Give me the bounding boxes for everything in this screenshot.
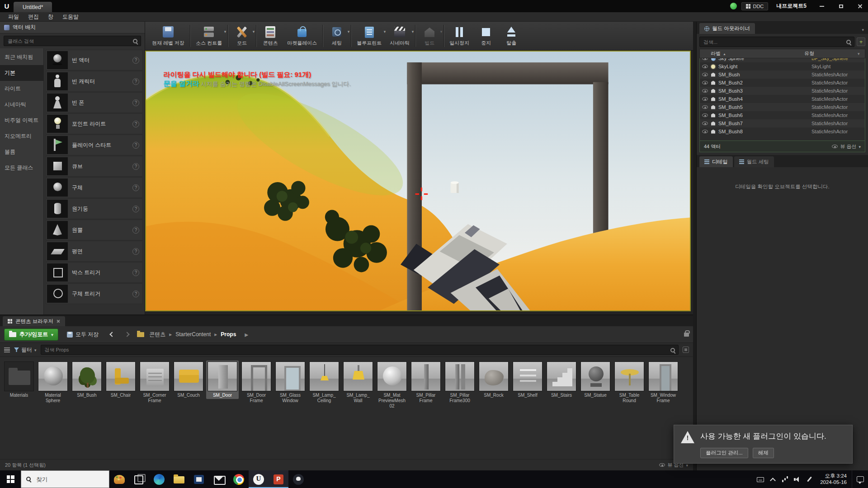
asset-tile[interactable]: Materials	[3, 361, 35, 399]
outliner-row[interactable]: SM_Bush2 StaticMeshActor	[700, 79, 865, 87]
category-item[interactable]: 모든 클래스	[0, 160, 43, 176]
chevron-right-icon[interactable]	[241, 330, 252, 339]
asset-tile[interactable]: SM_Bush	[71, 361, 103, 399]
minimize-button[interactable]	[815, 0, 829, 12]
category-item[interactable]: 최근 배치됨	[0, 49, 43, 65]
visibility-eye-icon[interactable]	[702, 104, 708, 110]
sources-panel-icon[interactable]	[4, 347, 10, 352]
toolbar-button[interactable]: 시네마틱	[386, 23, 414, 49]
visibility-eye-icon[interactable]	[702, 113, 708, 118]
asset-tile[interactable]: SM_Corner Frame	[138, 361, 171, 404]
taskbar-app-button[interactable]	[269, 470, 288, 488]
breadcrumb-item[interactable]: 콘텐츠	[149, 331, 165, 338]
save-search-icon[interactable]	[683, 347, 689, 353]
outliner-row[interactable]: SM_Bush3 StaticMeshActor	[700, 87, 865, 95]
asset-tile[interactable]: SM_Pillar Frame300	[443, 361, 476, 404]
outliner-search-input[interactable]	[699, 37, 854, 47]
asset-tile[interactable]: SM_Shelf	[511, 361, 544, 399]
add-import-button[interactable]: 추가/임포트	[4, 328, 58, 341]
visibility-eye-icon[interactable]	[702, 58, 708, 61]
outliner-row[interactable]: Sky Sphere BP_Sky_Sphere	[700, 58, 865, 62]
plugin-status-icon[interactable]	[730, 3, 737, 9]
place-actor-item[interactable]: 포인트 라이트	[46, 113, 143, 134]
column-label[interactable]: 라벨	[700, 50, 804, 57]
outliner-row[interactable]: SM_Bush4 StaticMeshActor	[700, 95, 865, 103]
class-search-input[interactable]	[4, 36, 141, 46]
view-options-button[interactable]: 뷰 옵션	[832, 143, 861, 150]
visibility-eye-icon[interactable]	[702, 64, 708, 69]
forward-button[interactable]	[122, 329, 132, 339]
visibility-eye-icon[interactable]	[702, 88, 708, 94]
place-actor-item[interactable]: 큐브	[46, 156, 143, 177]
asset-tile[interactable]: Material Sphere	[37, 361, 69, 404]
taskbar-app-button[interactable]	[288, 470, 308, 488]
taskbar-clock[interactable]: 오후 3:24 2024-05-16	[815, 473, 852, 485]
taskbar-app-button[interactable]	[189, 470, 209, 488]
tab-content-browser[interactable]: 콘텐츠 브라우저	[3, 316, 65, 326]
outliner-row[interactable]: SM_Bush6 StaticMeshActor	[700, 111, 865, 119]
action-center-button[interactable]	[852, 470, 868, 488]
asset-search-input[interactable]	[41, 345, 679, 355]
place-actor-item[interactable]: 원뿔	[46, 220, 143, 240]
add-filter-icon[interactable]	[857, 38, 865, 46]
asset-tile[interactable]: SM_Chair	[104, 361, 137, 399]
category-item[interactable]: 비주얼 이펙트	[0, 113, 43, 128]
asset-tile[interactable]: SM_Pillar Frame	[410, 361, 442, 404]
taskbar-app-button[interactable]	[209, 470, 229, 488]
taskbar-search[interactable]	[21, 470, 109, 488]
asset-tile[interactable]: SM_Door Frame	[240, 361, 273, 404]
menu-item[interactable]: 도움말	[58, 12, 83, 22]
place-actor-item[interactable]: 박스 트리거	[46, 262, 143, 283]
tray-button[interactable]	[766, 470, 778, 488]
asset-tile[interactable]: SM_Mat PreviewMesh 02	[376, 361, 408, 410]
taskbar-app-button[interactable]	[149, 470, 169, 488]
category-item[interactable]: 시네마틱	[0, 97, 43, 113]
maximize-button[interactable]	[834, 0, 848, 12]
filters-button[interactable]: 필터	[14, 346, 37, 354]
menu-item[interactable]: 편집	[24, 12, 43, 22]
toolbar-button[interactable]: 콘텐츠	[258, 23, 283, 49]
back-button[interactable]	[107, 329, 117, 339]
dismiss-button[interactable]: 해제	[753, 448, 774, 458]
column-type[interactable]: 유형	[804, 50, 858, 57]
details-tab[interactable]: 월드 세팅	[734, 156, 774, 167]
asset-tile[interactable]: SM_Lamp_ Ceiling	[308, 361, 340, 404]
asset-tile[interactable]: SM_Rock	[477, 361, 510, 399]
place-actor-item[interactable]: 원기둥	[46, 198, 143, 219]
outliner-row[interactable]: SM_Bush StaticMeshActor	[700, 70, 865, 79]
manage-plugins-button[interactable]: 플러그인 관리...	[700, 448, 748, 458]
chevron-down-icon[interactable]	[224, 29, 226, 34]
toolbar-button[interactable]: 블루프린트	[353, 23, 386, 49]
place-actor-item[interactable]: 빈 액터	[46, 50, 143, 70]
outliner-row[interactable]: SM_Bush5 StaticMeshActor	[700, 103, 865, 111]
details-tab[interactable]: 디테일	[699, 156, 733, 167]
place-actor-item[interactable]: 빈 폰	[46, 92, 143, 113]
taskbar-app-button[interactable]	[249, 470, 269, 488]
outliner-row[interactable]: SM_Bush8 StaticMeshActor	[700, 127, 865, 136]
breadcrumb-item[interactable]: Props	[211, 331, 236, 338]
place-actor-item[interactable]: 평면	[46, 241, 143, 262]
category-item[interactable]: 지오메트리	[0, 128, 43, 144]
taskbar-app-button[interactable]	[129, 470, 149, 488]
visibility-eye-icon[interactable]	[702, 80, 708, 85]
chevron-down-icon[interactable]	[412, 29, 414, 34]
asset-tile[interactable]: SM_Glass Window	[274, 361, 307, 404]
toolbar-button[interactable]: 마켓플레이스	[283, 23, 321, 49]
toolbar-button[interactable]: 세팅	[324, 23, 349, 49]
chevron-down-icon[interactable]	[440, 29, 443, 34]
breadcrumb-item[interactable]: StarterContent	[165, 331, 211, 338]
visibility-eye-icon[interactable]	[702, 96, 708, 102]
asset-tile[interactable]: SM_Table Round	[613, 361, 646, 404]
level-tab[interactable]: Untitled*	[14, 2, 52, 12]
start-button[interactable]	[0, 470, 21, 488]
close-button[interactable]	[853, 0, 867, 12]
toolbar-button[interactable]: 중지	[473, 23, 499, 49]
visibility-eye-icon[interactable]	[702, 72, 708, 77]
menu-item[interactable]: 창	[43, 12, 58, 22]
toolbar-button[interactable]: 현재 레벨 저장	[148, 23, 189, 49]
taskbar-app-button[interactable]	[109, 470, 129, 488]
asset-tile[interactable]: SM_Lamp_ Wall	[342, 361, 374, 404]
place-actor-item[interactable]: 플레이어 스타트	[46, 135, 143, 155]
asset-tile[interactable]: SM_Door	[206, 361, 239, 399]
game-scene-svg[interactable]	[146, 52, 690, 310]
